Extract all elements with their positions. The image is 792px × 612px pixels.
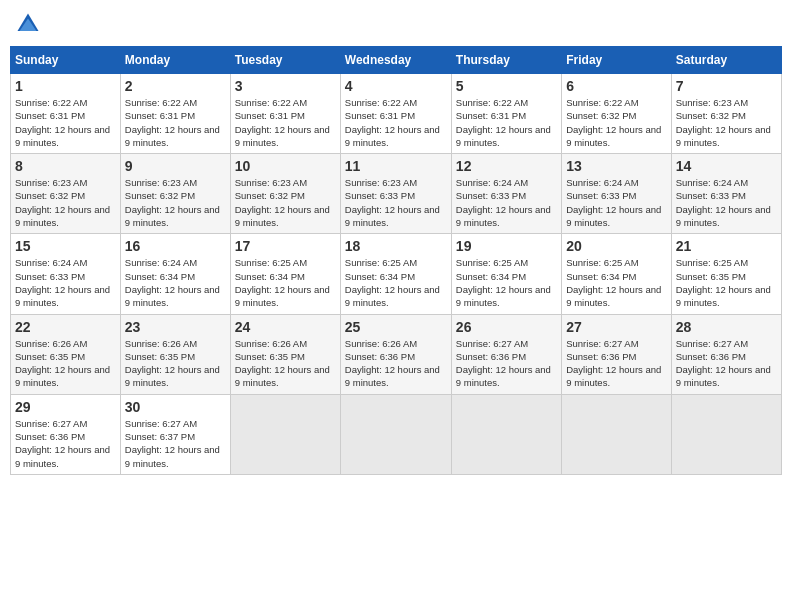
- day-number: 1: [15, 78, 116, 94]
- header-wednesday: Wednesday: [340, 47, 451, 74]
- logo: [14, 10, 46, 38]
- day-info: Sunrise: 6:27 AMSunset: 6:36 PMDaylight:…: [456, 337, 557, 390]
- day-number: 14: [676, 158, 777, 174]
- day-info: Sunrise: 6:27 AMSunset: 6:36 PMDaylight:…: [676, 337, 777, 390]
- day-number: 3: [235, 78, 336, 94]
- week-row-3: 15Sunrise: 6:24 AMSunset: 6:33 PMDayligh…: [11, 234, 782, 314]
- day-number: 26: [456, 319, 557, 335]
- week-row-1: 1Sunrise: 6:22 AMSunset: 6:31 PMDaylight…: [11, 74, 782, 154]
- day-info: Sunrise: 6:26 AMSunset: 6:35 PMDaylight:…: [125, 337, 226, 390]
- calendar-cell: 16Sunrise: 6:24 AMSunset: 6:34 PMDayligh…: [120, 234, 230, 314]
- calendar-header-row: SundayMondayTuesdayWednesdayThursdayFrid…: [11, 47, 782, 74]
- calendar-cell: 8Sunrise: 6:23 AMSunset: 6:32 PMDaylight…: [11, 154, 121, 234]
- calendar-cell: 27Sunrise: 6:27 AMSunset: 6:36 PMDayligh…: [562, 314, 671, 394]
- day-info: Sunrise: 6:23 AMSunset: 6:33 PMDaylight:…: [345, 176, 447, 229]
- day-number: 10: [235, 158, 336, 174]
- day-number: 18: [345, 238, 447, 254]
- calendar-cell: 6Sunrise: 6:22 AMSunset: 6:32 PMDaylight…: [562, 74, 671, 154]
- calendar-cell: 26Sunrise: 6:27 AMSunset: 6:36 PMDayligh…: [451, 314, 561, 394]
- day-info: Sunrise: 6:23 AMSunset: 6:32 PMDaylight:…: [676, 96, 777, 149]
- header-monday: Monday: [120, 47, 230, 74]
- calendar-cell: 14Sunrise: 6:24 AMSunset: 6:33 PMDayligh…: [671, 154, 781, 234]
- day-info: Sunrise: 6:23 AMSunset: 6:32 PMDaylight:…: [125, 176, 226, 229]
- day-number: 13: [566, 158, 666, 174]
- header-sunday: Sunday: [11, 47, 121, 74]
- calendar-cell: 18Sunrise: 6:25 AMSunset: 6:34 PMDayligh…: [340, 234, 451, 314]
- calendar-cell: 1Sunrise: 6:22 AMSunset: 6:31 PMDaylight…: [11, 74, 121, 154]
- calendar-cell: 9Sunrise: 6:23 AMSunset: 6:32 PMDaylight…: [120, 154, 230, 234]
- calendar-table: SundayMondayTuesdayWednesdayThursdayFrid…: [10, 46, 782, 475]
- day-info: Sunrise: 6:26 AMSunset: 6:36 PMDaylight:…: [345, 337, 447, 390]
- calendar-cell: 24Sunrise: 6:26 AMSunset: 6:35 PMDayligh…: [230, 314, 340, 394]
- header-saturday: Saturday: [671, 47, 781, 74]
- calendar-cell: 23Sunrise: 6:26 AMSunset: 6:35 PMDayligh…: [120, 314, 230, 394]
- calendar-cell: [562, 394, 671, 474]
- calendar-cell: 30Sunrise: 6:27 AMSunset: 6:37 PMDayligh…: [120, 394, 230, 474]
- day-info: Sunrise: 6:22 AMSunset: 6:31 PMDaylight:…: [15, 96, 116, 149]
- day-info: Sunrise: 6:26 AMSunset: 6:35 PMDaylight:…: [15, 337, 116, 390]
- day-info: Sunrise: 6:26 AMSunset: 6:35 PMDaylight:…: [235, 337, 336, 390]
- calendar-cell: [340, 394, 451, 474]
- calendar-cell: 17Sunrise: 6:25 AMSunset: 6:34 PMDayligh…: [230, 234, 340, 314]
- calendar-cell: 22Sunrise: 6:26 AMSunset: 6:35 PMDayligh…: [11, 314, 121, 394]
- day-number: 12: [456, 158, 557, 174]
- day-info: Sunrise: 6:25 AMSunset: 6:34 PMDaylight:…: [456, 256, 557, 309]
- day-info: Sunrise: 6:24 AMSunset: 6:33 PMDaylight:…: [456, 176, 557, 229]
- day-info: Sunrise: 6:25 AMSunset: 6:34 PMDaylight:…: [566, 256, 666, 309]
- day-number: 28: [676, 319, 777, 335]
- day-number: 15: [15, 238, 116, 254]
- day-number: 6: [566, 78, 666, 94]
- calendar-cell: 19Sunrise: 6:25 AMSunset: 6:34 PMDayligh…: [451, 234, 561, 314]
- calendar-cell: 25Sunrise: 6:26 AMSunset: 6:36 PMDayligh…: [340, 314, 451, 394]
- day-info: Sunrise: 6:22 AMSunset: 6:31 PMDaylight:…: [456, 96, 557, 149]
- day-number: 21: [676, 238, 777, 254]
- header-tuesday: Tuesday: [230, 47, 340, 74]
- day-info: Sunrise: 6:25 AMSunset: 6:34 PMDaylight:…: [345, 256, 447, 309]
- header: [10, 10, 782, 38]
- day-info: Sunrise: 6:25 AMSunset: 6:34 PMDaylight:…: [235, 256, 336, 309]
- day-number: 5: [456, 78, 557, 94]
- day-number: 19: [456, 238, 557, 254]
- calendar-cell: 7Sunrise: 6:23 AMSunset: 6:32 PMDaylight…: [671, 74, 781, 154]
- day-number: 20: [566, 238, 666, 254]
- day-number: 25: [345, 319, 447, 335]
- day-info: Sunrise: 6:27 AMSunset: 6:36 PMDaylight:…: [15, 417, 116, 470]
- day-number: 23: [125, 319, 226, 335]
- calendar-cell: 4Sunrise: 6:22 AMSunset: 6:31 PMDaylight…: [340, 74, 451, 154]
- calendar-cell: 29Sunrise: 6:27 AMSunset: 6:36 PMDayligh…: [11, 394, 121, 474]
- day-number: 8: [15, 158, 116, 174]
- week-row-4: 22Sunrise: 6:26 AMSunset: 6:35 PMDayligh…: [11, 314, 782, 394]
- calendar-cell: 13Sunrise: 6:24 AMSunset: 6:33 PMDayligh…: [562, 154, 671, 234]
- calendar-cell: [671, 394, 781, 474]
- calendar-cell: 21Sunrise: 6:25 AMSunset: 6:35 PMDayligh…: [671, 234, 781, 314]
- calendar-cell: 5Sunrise: 6:22 AMSunset: 6:31 PMDaylight…: [451, 74, 561, 154]
- calendar-cell: [451, 394, 561, 474]
- week-row-2: 8Sunrise: 6:23 AMSunset: 6:32 PMDaylight…: [11, 154, 782, 234]
- day-info: Sunrise: 6:23 AMSunset: 6:32 PMDaylight:…: [15, 176, 116, 229]
- day-number: 30: [125, 399, 226, 415]
- day-number: 16: [125, 238, 226, 254]
- day-info: Sunrise: 6:27 AMSunset: 6:37 PMDaylight:…: [125, 417, 226, 470]
- day-info: Sunrise: 6:24 AMSunset: 6:33 PMDaylight:…: [15, 256, 116, 309]
- calendar-cell: 11Sunrise: 6:23 AMSunset: 6:33 PMDayligh…: [340, 154, 451, 234]
- day-info: Sunrise: 6:27 AMSunset: 6:36 PMDaylight:…: [566, 337, 666, 390]
- calendar-cell: 10Sunrise: 6:23 AMSunset: 6:32 PMDayligh…: [230, 154, 340, 234]
- day-number: 2: [125, 78, 226, 94]
- day-info: Sunrise: 6:22 AMSunset: 6:31 PMDaylight:…: [345, 96, 447, 149]
- day-number: 17: [235, 238, 336, 254]
- day-number: 27: [566, 319, 666, 335]
- calendar-cell: [230, 394, 340, 474]
- calendar-cell: 15Sunrise: 6:24 AMSunset: 6:33 PMDayligh…: [11, 234, 121, 314]
- week-row-5: 29Sunrise: 6:27 AMSunset: 6:36 PMDayligh…: [11, 394, 782, 474]
- day-info: Sunrise: 6:24 AMSunset: 6:33 PMDaylight:…: [676, 176, 777, 229]
- calendar-cell: 12Sunrise: 6:24 AMSunset: 6:33 PMDayligh…: [451, 154, 561, 234]
- day-info: Sunrise: 6:24 AMSunset: 6:33 PMDaylight:…: [566, 176, 666, 229]
- day-number: 11: [345, 158, 447, 174]
- day-info: Sunrise: 6:22 AMSunset: 6:31 PMDaylight:…: [125, 96, 226, 149]
- day-number: 4: [345, 78, 447, 94]
- header-friday: Friday: [562, 47, 671, 74]
- day-info: Sunrise: 6:25 AMSunset: 6:35 PMDaylight:…: [676, 256, 777, 309]
- header-thursday: Thursday: [451, 47, 561, 74]
- logo-icon: [14, 10, 42, 38]
- day-info: Sunrise: 6:22 AMSunset: 6:31 PMDaylight:…: [235, 96, 336, 149]
